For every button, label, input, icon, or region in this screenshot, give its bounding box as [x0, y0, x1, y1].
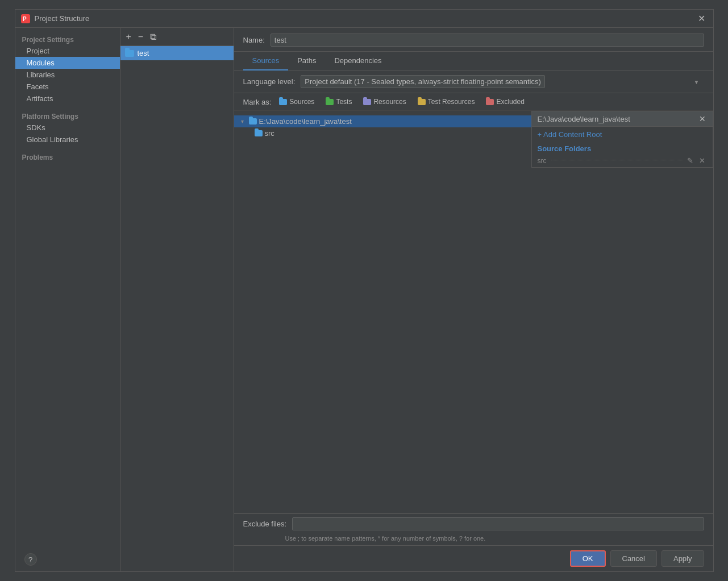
- src-folder-icon: [255, 130, 263, 136]
- tab-dependencies[interactable]: Dependencies: [325, 52, 390, 70]
- popup-header: E:\Java\code\learn_java\test ✕: [532, 111, 713, 127]
- sidebar-item-global-libraries[interactable]: Global Libraries: [15, 134, 120, 146]
- root-folder-icon: [249, 118, 257, 125]
- problems-section: Problems: [15, 150, 120, 163]
- root-path-text: E:\Java\code\learn_java\test: [259, 117, 352, 126]
- src-folder-text: src: [265, 129, 274, 138]
- title-bar: P Project Structure ✕: [15, 10, 713, 28]
- ok-button[interactable]: OK: [570, 550, 606, 567]
- mark-tests-button[interactable]: Tests: [322, 97, 355, 107]
- exclude-files-input[interactable]: [292, 517, 704, 530]
- module-folder-icon: [125, 50, 134, 57]
- add-content-root-button[interactable]: + Add Content Root: [532, 127, 608, 142]
- popup-folder-inner: src: [538, 157, 685, 165]
- tree-panel: ▾ E:\Java\code\learn_java\test src: [234, 111, 713, 513]
- mark-sources-button[interactable]: Sources: [276, 97, 318, 107]
- language-level-select[interactable]: Project default (17 - Sealed types, alwa…: [301, 75, 545, 88]
- cancel-button[interactable]: Cancel: [610, 550, 657, 567]
- tests-folder-icon: [326, 99, 334, 105]
- test-resources-folder-icon: [418, 99, 426, 105]
- remove-module-button[interactable]: −: [136, 31, 145, 43]
- sources-folder-icon: [279, 99, 287, 105]
- module-list: + − ⧉ test: [120, 28, 234, 571]
- module-name-input[interactable]: [271, 34, 704, 47]
- popup-path-title: E:\Java\code\learn_java\test: [538, 115, 630, 123]
- tabs-row: Sources Paths Dependencies: [234, 52, 713, 70]
- module-toolbar: + − ⧉: [120, 28, 234, 46]
- exclude-files-row: Exclude files:: [234, 513, 713, 534]
- sidebar-item-facets[interactable]: Facets: [15, 81, 120, 93]
- app-icon: P: [21, 14, 30, 23]
- dotted-separator: [551, 160, 683, 160]
- source-folders-label: Source Folders: [532, 142, 713, 154]
- sidebar-item-modules[interactable]: Modules: [15, 57, 120, 69]
- sidebar-item-artifacts[interactable]: Artifacts: [15, 93, 120, 105]
- sidebar-item-libraries[interactable]: Libraries: [15, 69, 120, 81]
- delete-folder-button[interactable]: ✕: [697, 156, 707, 165]
- exclude-hint: Use ; to separate name patterns, * for a…: [234, 534, 713, 545]
- module-name: test: [138, 49, 149, 57]
- sidebar: Project Settings Project Modules Librari…: [15, 28, 120, 571]
- edit-folder-button[interactable]: ✎: [685, 156, 695, 165]
- apply-button[interactable]: Apply: [662, 550, 704, 567]
- mark-excluded-button[interactable]: Excluded: [482, 97, 527, 107]
- main-content: Project Settings Project Modules Librari…: [15, 28, 713, 571]
- dialog-title: Project Structure: [35, 14, 90, 23]
- tab-paths[interactable]: Paths: [288, 52, 325, 70]
- content-area: ▾ E:\Java\code\learn_java\test src E:\Ja…: [234, 111, 713, 513]
- sidebar-item-sdks[interactable]: SDKs: [15, 122, 120, 134]
- tab-sources[interactable]: Sources: [243, 52, 289, 70]
- chevron-down-icon: ▾: [239, 118, 247, 125]
- mark-as-row: Mark as: Sources Tests Resources Test Re…: [234, 93, 713, 111]
- popup-folder-name: src: [538, 157, 547, 165]
- popup-close-button[interactable]: ✕: [698, 114, 707, 123]
- resources-folder-icon: [363, 99, 371, 105]
- svg-text:P: P: [23, 16, 27, 22]
- close-button[interactable]: ✕: [696, 14, 708, 23]
- copy-module-button[interactable]: ⧉: [148, 31, 159, 43]
- sidebar-item-project[interactable]: Project: [15, 45, 120, 57]
- language-level-row: Language level: Project default (17 - Se…: [234, 70, 713, 93]
- popup-content: + Add Content Root Source Folders src ✎ …: [532, 127, 713, 167]
- name-label: Name:: [243, 36, 265, 44]
- bottom-bar: OK Cancel Apply: [234, 545, 713, 571]
- mark-resources-button[interactable]: Resources: [360, 97, 409, 107]
- mark-test-resources-button[interactable]: Test Resources: [414, 97, 479, 107]
- excluded-folder-icon: [486, 99, 494, 105]
- popup-folder-row: src ✎ ✕: [532, 154, 713, 167]
- popup-folder-actions: ✎ ✕: [685, 156, 707, 165]
- add-module-button[interactable]: +: [124, 31, 134, 43]
- mark-as-label: Mark as:: [243, 98, 272, 106]
- right-panel: Name: Sources Paths Dependencies Languag…: [234, 28, 713, 571]
- project-settings-section: Project Settings: [15, 32, 120, 45]
- name-row: Name:: [234, 28, 713, 52]
- help-button[interactable]: ?: [24, 553, 37, 566]
- project-structure-dialog: P Project Structure ✕ Project Settings P…: [15, 9, 714, 572]
- language-level-select-wrapper: Project default (17 - Sealed types, alwa…: [301, 75, 704, 88]
- popup-panel: E:\Java\code\learn_java\test ✕ + Add Con…: [531, 111, 713, 168]
- exclude-files-label: Exclude files:: [243, 520, 287, 528]
- title-bar-left: P Project Structure: [21, 14, 90, 23]
- language-level-label: Language level:: [243, 77, 296, 86]
- module-item-test[interactable]: test: [120, 46, 234, 60]
- platform-settings-section: Platform Settings: [15, 109, 120, 122]
